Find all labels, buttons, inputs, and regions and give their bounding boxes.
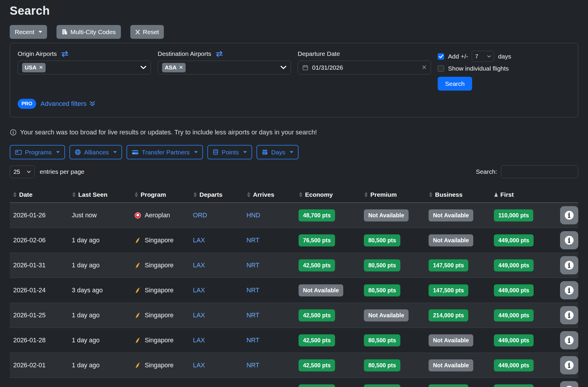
row-info-button[interactable]	[560, 206, 578, 224]
date-cell: 2026-01-26	[10, 212, 66, 219]
row-info-button[interactable]	[560, 331, 578, 349]
info-icon	[564, 285, 574, 295]
remove-origin-tag-icon[interactable]: ✕	[39, 65, 43, 70]
last-seen-cell: Just now	[66, 212, 128, 219]
column-header-premium[interactable]: Premium	[358, 191, 422, 198]
swap-airports-icon[interactable]	[61, 51, 69, 57]
info-icon	[564, 360, 574, 370]
premium-badge: Not Available	[364, 309, 409, 321]
column-label: Arrives	[253, 191, 274, 198]
arrives-airport-link[interactable]: NRT	[246, 287, 259, 294]
destination-field: Destination Airports ASA ✕	[158, 50, 291, 91]
program-cell: Singapore	[128, 237, 187, 244]
info-icon	[564, 235, 574, 245]
first-cell: 449,000 pts	[488, 259, 552, 271]
swap-airports-icon[interactable]	[215, 51, 223, 57]
multi-city-codes-button[interactable]: Multi-City Codes	[56, 25, 121, 39]
first-cell: 449,000 pts	[488, 384, 552, 387]
row-info-button[interactable]	[560, 356, 578, 374]
column-header-date[interactable]: Date	[10, 191, 66, 198]
program-name: Singapore	[145, 237, 174, 244]
arrives-airport-link[interactable]: NRT	[246, 337, 259, 344]
info-icon	[564, 260, 574, 270]
departure-date-input[interactable]: 01/31/2026 ×	[298, 61, 431, 74]
row-info-button[interactable]	[560, 381, 578, 387]
economy-badge: 42,500 pts	[299, 384, 335, 387]
date-cell: 2026-01-28	[10, 337, 66, 344]
alliances-filter-button[interactable]: Alliances	[69, 145, 122, 159]
column-header-arrives[interactable]: Arrives	[240, 191, 292, 198]
days-filter-button[interactable]: Days	[256, 145, 299, 159]
arrives-airport-link[interactable]: HND	[246, 212, 260, 219]
x-icon	[135, 29, 140, 35]
chevron-down-icon	[113, 151, 117, 153]
results-table: Date Last Seen Program Departs Arriv	[10, 187, 578, 387]
departure-date-label: Departure Date	[298, 50, 340, 57]
recent-button[interactable]: Recent	[10, 25, 47, 39]
table-search-input[interactable]	[501, 165, 578, 178]
program-cell: Singapore	[128, 287, 187, 294]
first-badge: 449,000 pts	[494, 384, 534, 387]
table-row: 2026-02-01 1 day ago Singapore LAX NRT 4…	[10, 353, 578, 378]
first-badge: 449,000 pts	[494, 334, 534, 346]
row-info-button[interactable]	[560, 231, 578, 249]
economy-cell: 42,500 pts	[292, 259, 358, 271]
departs-airport-link[interactable]: LAX	[193, 337, 205, 344]
alert-text: Your search was too broad for live resul…	[20, 129, 317, 136]
sort-icon	[299, 192, 303, 198]
premium-badge: 80,500 pts	[364, 334, 400, 346]
departs-airport-link[interactable]: LAX	[193, 312, 205, 319]
transfer-partners-label: Transfer Partners	[142, 149, 190, 156]
search-button[interactable]: Search	[438, 77, 472, 91]
page-title: Search	[10, 4, 578, 17]
departs-airport-link[interactable]: LAX	[193, 237, 205, 244]
row-info-button[interactable]	[560, 306, 578, 324]
column-header-business[interactable]: Business	[422, 191, 488, 198]
individual-flights-checkbox[interactable]	[438, 65, 444, 72]
per-page-select[interactable]: 25	[10, 166, 35, 178]
business-cell: Not Available	[422, 334, 488, 346]
remove-destination-tag-icon[interactable]: ✕	[179, 65, 183, 70]
reset-button[interactable]: Reset	[130, 25, 164, 39]
column-header-economy[interactable]: Economy	[292, 191, 358, 198]
add-days-checkbox[interactable]	[438, 53, 444, 60]
program-cell: Singapore	[128, 362, 187, 369]
column-header-departs[interactable]: Departs	[187, 191, 240, 198]
origin-airports-select[interactable]: USA ✕	[18, 61, 151, 74]
departs-cell: LAX	[187, 287, 240, 294]
days-range-select[interactable]: 7	[472, 51, 494, 62]
arrives-cell: NRT	[240, 262, 292, 269]
arrives-airport-link[interactable]: NRT	[246, 312, 259, 319]
departs-airport-link[interactable]: LAX	[193, 287, 205, 294]
per-page-value: 25	[14, 169, 20, 175]
days-range-value: 7	[475, 53, 478, 60]
actions-cell	[552, 356, 578, 374]
programs-filter-button[interactable]: Programs	[10, 145, 65, 159]
departs-cell: LAX	[187, 337, 240, 344]
row-info-button[interactable]	[560, 256, 578, 274]
row-info-button[interactable]	[560, 281, 578, 299]
destination-airports-select[interactable]: ASA ✕	[158, 61, 291, 74]
arrives-airport-link[interactable]: NRT	[246, 237, 259, 244]
arrives-airport-link[interactable]: NRT	[246, 362, 259, 369]
points-filter-button[interactable]: Points	[207, 145, 252, 159]
advanced-filters-link[interactable]: Advanced filters	[41, 100, 96, 108]
clear-date-icon[interactable]: ×	[422, 64, 427, 71]
premium-badge: Not Available	[364, 209, 409, 221]
table-search-label: Search:	[476, 168, 497, 175]
column-header-first[interactable]: First	[488, 191, 552, 198]
transfer-partners-filter-button[interactable]: Transfer Partners	[126, 145, 203, 159]
departs-cell: ORD	[187, 212, 240, 219]
entries-row: 25 entries per page Search:	[10, 165, 578, 178]
departs-airport-link[interactable]: LAX	[193, 362, 205, 369]
departs-airport-link[interactable]: ORD	[193, 212, 207, 219]
column-header-last-seen[interactable]: Last Seen	[66, 191, 128, 198]
credit-card-icon	[15, 150, 22, 155]
economy-badge: 42,500 pts	[299, 259, 335, 271]
column-header-program[interactable]: Program	[128, 191, 187, 198]
departs-airport-link[interactable]: LAX	[193, 262, 205, 269]
premium-cell: 80,500 pts	[358, 259, 422, 271]
business-cell: 214,000 pts	[422, 384, 488, 387]
economy-cell: 42,500 pts	[292, 334, 358, 346]
arrives-airport-link[interactable]: NRT	[246, 262, 259, 269]
